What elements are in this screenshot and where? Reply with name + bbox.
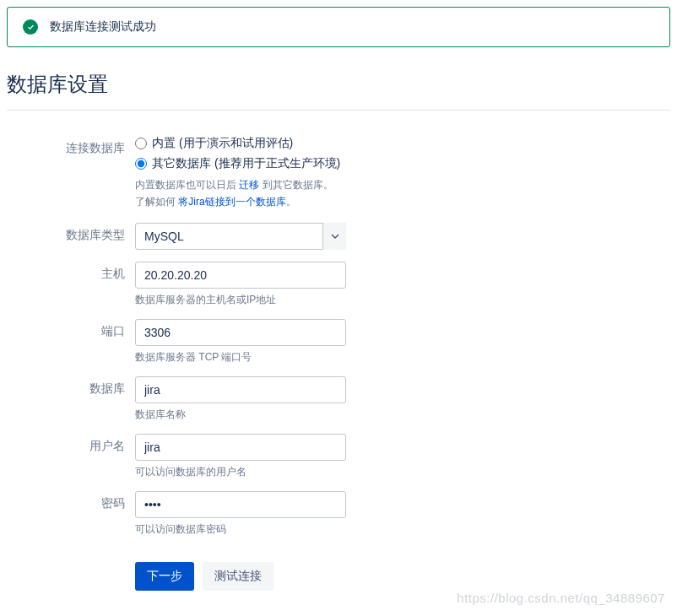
row-host: 主机 数据库服务器的主机名或IP地址 (7, 262, 670, 307)
label-username: 用户名 (7, 434, 135, 454)
database-help: 数据库名称 (135, 408, 346, 422)
database-input[interactable] (135, 376, 346, 403)
radio-other[interactable]: 其它数据库 (推荐用于正式生产环境) (135, 156, 340, 171)
row-connect-db: 连接数据库 内置 (用于演示和试用评估) 其它数据库 (推荐用于正式生产环境) … (7, 136, 670, 211)
row-username: 用户名 可以访问数据库的用户名 (7, 434, 670, 479)
label-connect-db: 连接数据库 (7, 136, 135, 156)
button-row: 下一步 测试连接 (135, 562, 670, 591)
host-input[interactable] (135, 262, 346, 289)
label-database: 数据库 (7, 376, 135, 397)
radio-builtin-input[interactable] (135, 138, 147, 149)
host-help: 数据库服务器的主机名或IP地址 (135, 293, 346, 307)
watermark: https://blog.csdn.net/qq_34889607 (457, 591, 665, 597)
next-button[interactable]: 下一步 (135, 562, 194, 591)
link-migrate[interactable]: 迁移 (239, 179, 259, 191)
db-type-value: MySQL (135, 223, 346, 250)
port-input[interactable] (135, 319, 346, 346)
password-input[interactable] (135, 491, 346, 518)
check-circle-icon (23, 19, 38, 35)
label-db-type: 数据库类型 (7, 223, 135, 243)
row-password: 密码 可以访问数据库密码 (7, 491, 670, 537)
divider (7, 110, 670, 111)
db-type-select[interactable]: MySQL (135, 223, 346, 250)
page-title: 数据库设置 (7, 71, 670, 98)
link-jira-db[interactable]: 将Jira链接到一个数据库 (178, 196, 285, 208)
radio-builtin-label: 内置 (用于演示和试用评估) (152, 136, 293, 151)
row-port: 端口 数据库服务器 TCP 端口号 (7, 319, 670, 365)
label-password: 密码 (7, 491, 135, 511)
success-message: 数据库连接测试成功 (50, 19, 156, 35)
success-banner: 数据库连接测试成功 (7, 7, 670, 47)
row-database: 数据库 数据库名称 (7, 376, 670, 422)
radio-other-label: 其它数据库 (推荐用于正式生产环境) (152, 156, 340, 171)
test-connection-button[interactable]: 测试连接 (203, 562, 274, 591)
username-help: 可以访问数据库的用户名 (135, 465, 346, 479)
connect-db-help: 内置数据库也可以日后 迁移 到其它数据库。 了解如何 将Jira链接到一个数据库… (135, 176, 340, 211)
row-db-type: 数据库类型 MySQL (7, 223, 670, 250)
label-host: 主机 (7, 262, 135, 282)
radio-other-input[interactable] (135, 158, 147, 170)
port-help: 数据库服务器 TCP 端口号 (135, 350, 346, 365)
username-input[interactable] (135, 434, 346, 461)
label-port: 端口 (7, 319, 135, 339)
password-help: 可以访问数据库密码 (135, 522, 346, 537)
radio-builtin[interactable]: 内置 (用于演示和试用评估) (135, 136, 340, 151)
